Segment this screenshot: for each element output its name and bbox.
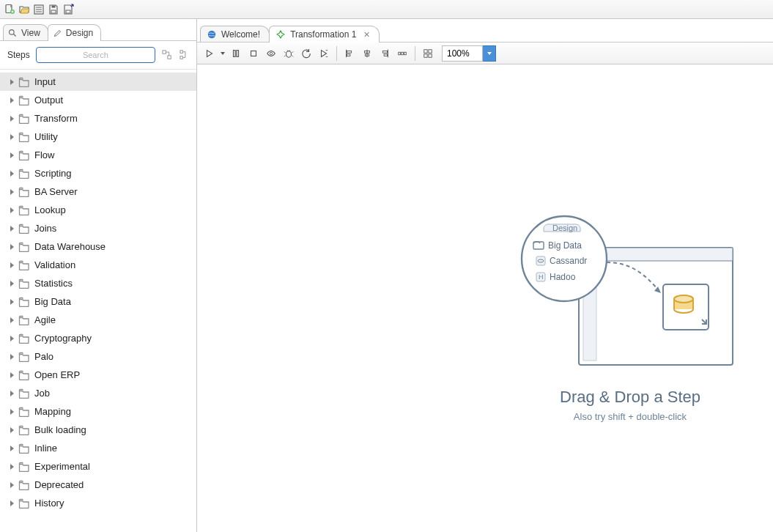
category-label: Palo [34, 351, 53, 362]
category-job[interactable]: Job [0, 384, 196, 402]
category-deprecated[interactable]: Deprecated [0, 476, 196, 494]
step-categories-tree[interactable]: InputOutputTransformUtilityFlowScripting… [0, 70, 196, 532]
preview-button[interactable] [263, 45, 279, 62]
svg-rect-7 [52, 5, 56, 7]
toolbar-separator [336, 46, 337, 61]
svg-text:H: H [539, 273, 544, 281]
zoom-control [442, 45, 496, 62]
svg-rect-11 [163, 51, 166, 53]
category-data-warehouse[interactable]: Data Warehouse [0, 237, 196, 256]
svg-text:Hadoo: Hadoo [550, 272, 576, 282]
category-label: Statistics [34, 278, 73, 289]
pause-button[interactable] [228, 45, 244, 62]
expand-caret-icon [10, 262, 14, 268]
category-input[interactable]: Input [0, 73, 196, 91]
expand-caret-icon [10, 299, 14, 305]
category-label: Agile [34, 314, 56, 325]
expand-tree-button[interactable] [161, 49, 173, 61]
category-open-erp[interactable]: Open ERP [0, 366, 196, 384]
svg-text:Cassandr: Cassandr [550, 256, 587, 266]
new-file-button[interactable] [3, 3, 16, 16]
zoom-dropdown-button[interactable] [483, 45, 496, 62]
close-icon[interactable]: ✕ [363, 30, 370, 40]
category-joins[interactable]: Joins [0, 219, 196, 237]
folder-icon [18, 223, 30, 234]
collapse-tree-button[interactable] [179, 49, 191, 61]
expand-caret-icon [10, 409, 14, 415]
svg-rect-49 [429, 53, 432, 56]
expand-caret-icon [10, 500, 14, 506]
svg-rect-47 [429, 49, 432, 52]
category-label: Mapping [34, 406, 71, 417]
category-agile[interactable]: Agile [0, 311, 196, 329]
expand-caret-icon [10, 152, 14, 158]
svg-point-9 [10, 29, 15, 34]
folder-icon [18, 352, 30, 362]
category-lookup[interactable]: Lookup [0, 201, 196, 219]
debug-button[interactable] [281, 45, 297, 62]
steps-search-row: Steps [0, 41, 196, 70]
tab-transformation[interactable]: Transformation 1 ✕ [269, 26, 380, 43]
magnifier-icon [8, 29, 18, 38]
category-output[interactable]: Output [0, 91, 196, 109]
category-bulk-loading[interactable]: Bulk loading [0, 421, 196, 439]
category-transform[interactable]: Transform [0, 109, 196, 128]
run-button[interactable] [201, 45, 218, 62]
folder-icon [18, 132, 30, 142]
transformation-icon [275, 29, 286, 40]
run-options-button[interactable] [316, 45, 332, 62]
category-big-data[interactable]: Big Data [0, 292, 196, 311]
svg-text:Big Data: Big Data [548, 240, 582, 251]
category-utility[interactable]: Utility [0, 128, 196, 146]
align-left-button[interactable] [341, 45, 358, 62]
category-statistics[interactable]: Statistics [0, 274, 196, 292]
category-mapping[interactable]: Mapping [0, 402, 196, 421]
category-scripting[interactable]: Scripting [0, 164, 196, 182]
run-dropdown-button[interactable] [219, 45, 226, 62]
svg-rect-44 [402, 52, 404, 55]
stop-button[interactable] [245, 45, 262, 62]
tab-design[interactable]: Design [48, 24, 101, 41]
category-label: Utility [34, 131, 58, 142]
folder-icon [18, 77, 30, 87]
folder-icon [18, 443, 30, 454]
folder-icon [18, 480, 30, 490]
tab-welcome[interactable]: Welcome! [200, 26, 270, 43]
align-right-button[interactable] [377, 45, 393, 62]
svg-rect-12 [168, 56, 171, 59]
transformation-canvas[interactable]: Design Big Data Cassandr H Hadoo [197, 64, 773, 532]
category-history[interactable]: History [0, 494, 196, 512]
save-button[interactable] [47, 3, 60, 16]
category-ba-server[interactable]: BA Server [0, 182, 196, 201]
grid-button[interactable] [420, 45, 436, 62]
expand-caret-icon [10, 244, 14, 250]
category-label: Scripting [34, 168, 72, 179]
category-label: Flow [34, 149, 54, 160]
category-label: Experimental [34, 461, 90, 472]
main-area: View Design Steps InputOutputTransformUt… [0, 19, 773, 532]
expand-caret-icon [10, 446, 14, 451]
expand-caret-icon [10, 482, 14, 488]
search-input[interactable] [36, 47, 155, 63]
category-validation[interactable]: Validation [0, 256, 196, 274]
open-file-button[interactable] [18, 3, 31, 16]
save-as-button[interactable] [62, 3, 75, 16]
zoom-input[interactable] [442, 45, 483, 62]
align-center-button[interactable] [359, 45, 375, 62]
category-palo[interactable]: Palo [0, 347, 196, 366]
folder-icon [18, 407, 30, 417]
svg-rect-42 [384, 53, 387, 56]
editor-tabs: Welcome! Transformation 1 ✕ [197, 19, 773, 43]
category-flow[interactable]: Flow [0, 146, 196, 164]
replay-button[interactable] [298, 45, 314, 62]
svg-rect-35 [347, 51, 352, 53]
category-inline[interactable]: Inline [0, 439, 196, 457]
steps-label: Steps [7, 50, 30, 60]
category-cryptography[interactable]: Cryptography [0, 329, 196, 347]
svg-line-29 [292, 55, 293, 56]
tab-view[interactable]: View [3, 24, 48, 41]
distribute-button[interactable] [394, 45, 410, 62]
category-experimental[interactable]: Experimental [0, 457, 196, 476]
folder-icon [18, 425, 30, 435]
toggle-tree-button[interactable] [32, 3, 45, 16]
